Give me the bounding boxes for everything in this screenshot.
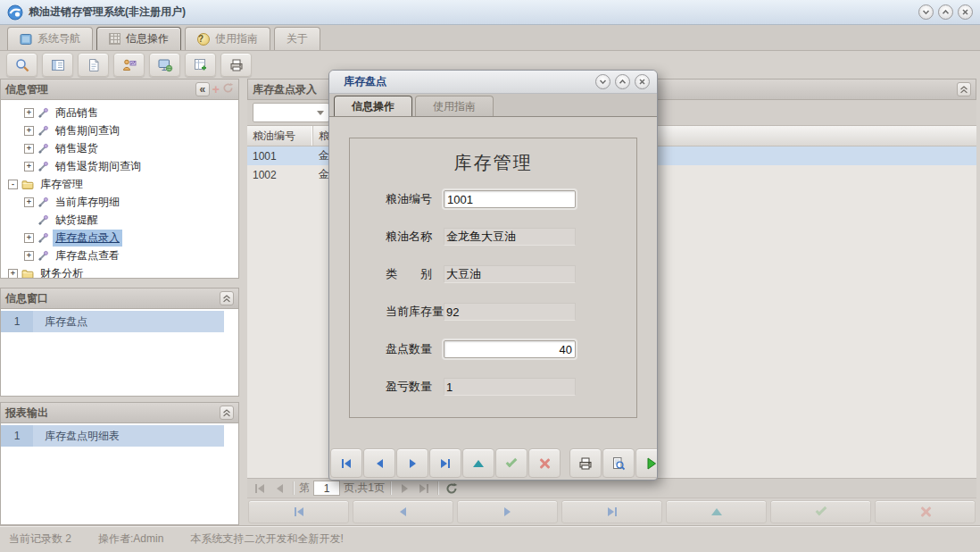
tree-item-label: 库存管理 xyxy=(37,176,86,193)
combo-dropdown-button[interactable] xyxy=(312,104,328,121)
collapse-panel-button[interactable] xyxy=(220,406,234,420)
page-refresh-button[interactable] xyxy=(444,481,460,497)
tree-item-label: 销售期间查询 xyxy=(53,122,122,139)
cancel-record-button[interactable] xyxy=(528,448,561,478)
tab-label: 使用指南 xyxy=(215,31,258,46)
inventory-form: 库存管理 粮油编号 粮油名称 金龙鱼大豆油 类 别 大豆油 当前库存量 92 xyxy=(349,138,637,418)
tree-item-sale-return-period-query[interactable]: + 销售退货期间查询 xyxy=(1,157,238,175)
prev-record-button[interactable] xyxy=(353,500,453,523)
prev-page-icon xyxy=(277,482,283,494)
user-report-button[interactable] xyxy=(113,53,145,77)
column-header-code[interactable]: 粮油编号 xyxy=(247,126,313,146)
page-next-button[interactable] xyxy=(396,481,412,497)
chevron-up-icon xyxy=(618,77,627,87)
field-label: 盈亏数量 xyxy=(386,379,444,395)
edit-record-button[interactable] xyxy=(462,448,494,478)
form-title: 库存管理 xyxy=(350,151,636,175)
dialog-maximize-button[interactable] xyxy=(615,74,630,89)
double-chevron-up-icon xyxy=(221,293,232,304)
post-record-button[interactable] xyxy=(770,500,871,523)
tree-item-sale-period-query[interactable]: + 销售期间查询 xyxy=(1,121,238,139)
tree-expander[interactable]: + xyxy=(24,162,34,171)
current-stock-field: 92 xyxy=(444,303,576,321)
list-item[interactable]: 1 库存盘点 xyxy=(1,311,224,332)
next-record-icon xyxy=(410,457,416,469)
search-button[interactable] xyxy=(6,53,37,77)
list-item[interactable]: 1 库存盘点明细表 xyxy=(1,425,224,447)
first-record-button[interactable] xyxy=(248,500,349,523)
collapse-panel-button[interactable] xyxy=(957,82,971,96)
tree-item-sale-return[interactable]: + 销售退货 xyxy=(1,139,238,157)
tree-expander[interactable]: + xyxy=(24,108,34,118)
app-window: 粮油进销存管理系统(非注册用户) 系统导航 信息操作 使用指南 关于 xyxy=(0,0,980,552)
cancel-record-button[interactable] xyxy=(875,500,976,523)
close-icon xyxy=(637,77,647,87)
tree-item-stocktake-entry[interactable]: + 库存盘点录入 xyxy=(1,229,238,247)
tree-expander[interactable]: + xyxy=(24,197,34,207)
status-bar: 当前记录数 2 操作者:Admin 本系统支持二次开发和全新开发! xyxy=(0,525,980,552)
page-prev-button[interactable] xyxy=(271,481,287,497)
tab-user-guide[interactable]: 使用指南 xyxy=(185,27,270,50)
monitor-button[interactable] xyxy=(149,53,180,77)
print-button[interactable] xyxy=(220,53,252,77)
maximize-button[interactable] xyxy=(938,4,953,20)
dialog-close-button[interactable] xyxy=(635,74,650,89)
close-button[interactable] xyxy=(958,4,973,20)
filter-combobox[interactable] xyxy=(253,103,329,122)
edit-record-button[interactable] xyxy=(666,500,767,523)
next-record-button[interactable] xyxy=(457,500,558,523)
folder-icon xyxy=(21,268,34,280)
folder-icon xyxy=(21,179,34,190)
tree-item-inventory-management[interactable]: - 库存管理 xyxy=(1,175,238,193)
last-record-button[interactable] xyxy=(561,500,662,523)
execute-button[interactable] xyxy=(635,448,658,478)
minimize-button[interactable] xyxy=(918,4,934,20)
tree-item-stocktake-view[interactable]: + 库存盘点查看 xyxy=(1,247,238,264)
tool-icon xyxy=(37,107,49,119)
document-icon xyxy=(86,57,102,73)
list-view-button[interactable] xyxy=(42,53,73,77)
tree-item-finance-analysis[interactable]: + 财务分析 xyxy=(1,264,238,279)
first-record-button[interactable] xyxy=(330,448,362,478)
tree-expander[interactable]: + xyxy=(8,269,18,279)
export-button[interactable] xyxy=(185,53,216,77)
print-button[interactable] xyxy=(569,448,602,478)
last-record-button[interactable] xyxy=(429,448,461,478)
tree-item-goods-sale[interactable]: + 商品销售 xyxy=(1,104,238,121)
filter-combo-input[interactable] xyxy=(253,104,312,121)
dialog-tab-user-guide[interactable]: 使用指南 xyxy=(415,96,494,116)
page-first-button[interactable] xyxy=(252,481,268,497)
post-record-button[interactable] xyxy=(495,448,527,478)
dialog-tab-info-operation[interactable]: 信息操作 xyxy=(334,96,412,116)
category-field: 大豆油 xyxy=(444,265,576,283)
prev-record-button[interactable] xyxy=(363,448,395,478)
tree-item-label: 库存盘点查看 xyxy=(53,247,122,264)
form-row-current-stock: 当前库存量 92 xyxy=(386,302,611,322)
tab-info-operation[interactable]: 信息操作 xyxy=(96,27,181,50)
report-output-list: 1 库存盘点明细表 xyxy=(0,423,239,525)
tree-expander[interactable]: + xyxy=(24,126,34,136)
tree-expander[interactable]: + xyxy=(24,251,34,261)
collapse-left-button[interactable]: « xyxy=(195,82,210,96)
page-last-button[interactable] xyxy=(416,481,432,497)
dialog-minimize-button[interactable] xyxy=(595,74,610,89)
print-preview-button[interactable] xyxy=(602,448,635,478)
tree-item-stockout-alert[interactable]: 缺货提醒 xyxy=(1,211,238,229)
tab-about[interactable]: 关于 xyxy=(274,27,320,50)
page-number-input[interactable] xyxy=(313,481,340,496)
tab-system-nav[interactable]: 系统导航 xyxy=(7,27,93,50)
dialog-body: 库存管理 粮油编号 粮油名称 金龙鱼大豆油 类 别 大豆油 当前库存量 92 xyxy=(329,117,657,447)
cell-code: 1001 xyxy=(247,150,313,163)
tree-expander[interactable]: - xyxy=(8,180,18,189)
counted-qty-input[interactable] xyxy=(444,340,576,358)
monitor-globe-icon xyxy=(157,57,173,73)
spacer xyxy=(561,448,569,479)
tree-expander[interactable]: + xyxy=(24,144,34,154)
document-button[interactable] xyxy=(78,53,109,77)
grain-code-input[interactable] xyxy=(444,190,576,208)
last-record-icon xyxy=(441,457,450,469)
tree-expander[interactable]: + xyxy=(24,233,34,243)
next-record-button[interactable] xyxy=(396,448,428,478)
tree-item-current-stock-detail[interactable]: + 当前库存明细 xyxy=(1,193,238,211)
collapse-panel-button[interactable] xyxy=(220,291,234,305)
